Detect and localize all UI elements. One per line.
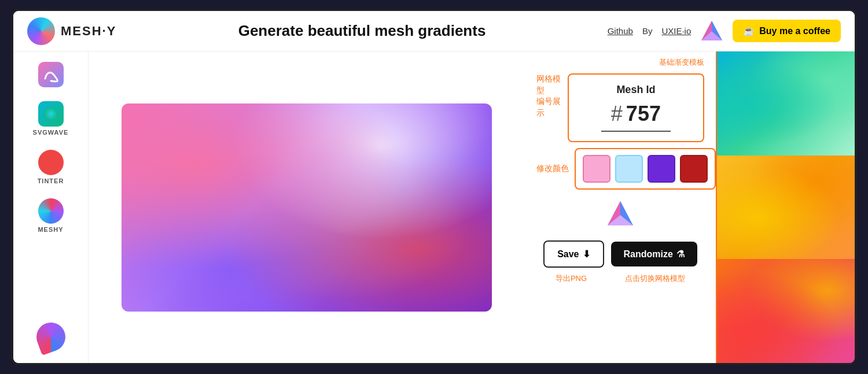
color-swatch-lightblue[interactable] [615, 155, 643, 183]
teal-gradient-thumb [717, 51, 855, 155]
logo-area: MESH·Y [27, 17, 116, 45]
prism-icon [700, 20, 723, 43]
save-label: Save [557, 249, 579, 260]
by-text: By [642, 26, 653, 36]
meshy-icon [38, 198, 64, 224]
svgwave-label: SVGWAVE [33, 129, 69, 136]
yellow-gradient-thumb [717, 155, 855, 260]
color-annotation: 修改颜色 [536, 164, 569, 174]
switch-mesh-annotation: 点击切换网格模型 [625, 273, 685, 284]
github-link[interactable]: Github [608, 26, 633, 36]
template-annotation: 基础渐变模板 [536, 57, 704, 68]
flask-icon: ⚗ [676, 249, 685, 260]
app-screen: MESH·Y Generate beautiful mesh gradients… [12, 9, 856, 365]
mesh-id-annotation: 网格模型编号展示 [536, 73, 562, 119]
save-button[interactable]: Save ⬇ [543, 240, 604, 268]
meshy-label: MESHY [38, 226, 63, 233]
gradient-gallery [716, 51, 855, 363]
randomize-label: Randomize [624, 249, 673, 260]
mesh-id-display: # 757 [580, 102, 692, 126]
logo-text: MESH·Y [61, 24, 116, 39]
sidebar-item-topbar[interactable] [22, 57, 80, 92]
mesh-id-number: 757 [626, 102, 661, 126]
svg-point-3 [44, 108, 57, 120]
svgwave-svg [43, 106, 59, 122]
sidebar-item-meshy[interactable]: MESHY [22, 194, 80, 238]
gallery-item-yellow[interactable] [717, 155, 855, 260]
header: MESH·Y Generate beautiful mesh gradients… [13, 11, 855, 51]
mesh-id-title: Mesh Id [580, 84, 692, 96]
hash-symbol: # [611, 102, 623, 126]
gradient-preview [122, 103, 492, 312]
buy-coffee-button[interactable]: ☕ Buy me a coffee [733, 20, 841, 42]
sidebar-item-tinter[interactable]: TINTER [22, 145, 80, 189]
button-annotations: 导出PNG 点击切换网格模型 [536, 273, 704, 284]
mesh-id-underline [601, 131, 671, 132]
action-buttons: Save ⬇ Randomize ⚗ [536, 240, 704, 268]
controls-panel: 基础渐变模板 网格模型编号展示 Mesh Id # 757 修改颜色 [525, 51, 716, 363]
sidebar-item-svgwave[interactable]: SVGWAVE [22, 97, 80, 140]
red-gradient-thumb [717, 259, 855, 363]
sidebar: SVGWAVE TINTER MESHY [13, 51, 89, 363]
color-swatches-box [575, 148, 716, 190]
export-png-annotation: 导出PNG [556, 273, 587, 284]
save-icon: ⬇ [583, 249, 590, 260]
topbar-svg-icon [42, 66, 60, 83]
prism-large-icon [604, 198, 637, 230]
tinter-icon [38, 150, 64, 175]
randomize-button[interactable]: Randomize ⚗ [611, 242, 697, 266]
color-swatch-purple[interactable] [648, 155, 675, 183]
logo-sphere-icon [27, 17, 55, 45]
gradient-canvas-area [89, 51, 525, 363]
prism-decoration [604, 198, 637, 232]
tinter-label: TINTER [38, 177, 64, 184]
main-content: SVGWAVE TINTER MESHY 基础渐变模板 网格模型编号展示 [13, 51, 855, 363]
color-swatch-pink[interactable] [583, 155, 610, 183]
svgwave-icon [38, 101, 64, 127]
sidebar-bottom [36, 317, 65, 357]
buy-coffee-label: Buy me a coffee [759, 26, 830, 36]
mesh-id-box: Mesh Id # 757 [568, 73, 704, 142]
gallery-item-red[interactable] [717, 259, 855, 363]
page-title: Generate beautiful mesh gradients [116, 22, 607, 40]
coffee-cup-icon: ☕ [743, 25, 755, 36]
color-swatch-red[interactable] [680, 155, 708, 183]
header-right: Github By UXIE·io ☕ Buy me a coffee [608, 20, 841, 43]
topbar-icon [38, 62, 64, 87]
bottom-logo-icon [32, 319, 69, 356]
uxie-link[interactable]: UXIE·io [661, 26, 691, 36]
gallery-item-teal[interactable] [717, 51, 855, 155]
